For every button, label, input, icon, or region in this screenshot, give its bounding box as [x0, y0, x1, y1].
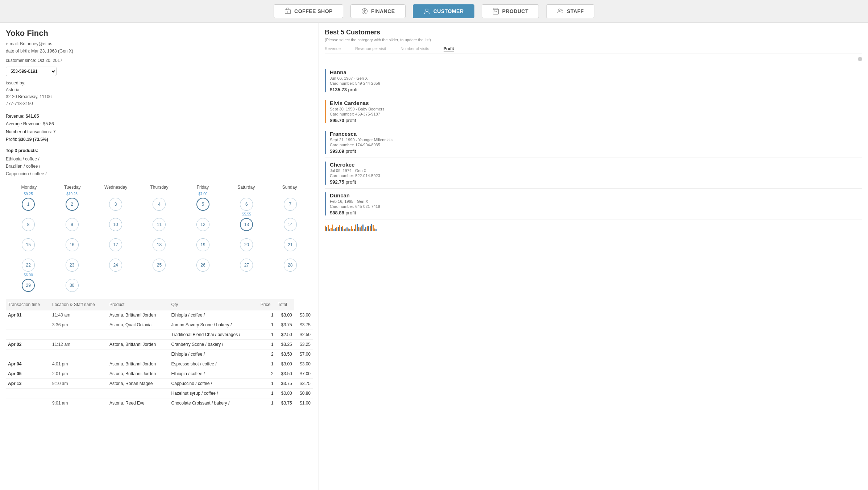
category-tab[interactable]: Number of visits — [400, 46, 429, 51]
cal-day-circle[interactable]: 19 — [196, 238, 209, 251]
date-cell: Apr 05 — [6, 369, 50, 379]
cal-day-circle[interactable]: 17 — [109, 238, 122, 251]
cal-cell[interactable]: 30 — [51, 273, 93, 292]
bar-segment — [365, 227, 366, 231]
card-number: Card number: 549-244-2656 — [330, 81, 862, 85]
cal-day-circle[interactable]: 1 — [22, 198, 35, 211]
bar-segment — [355, 225, 356, 231]
cal-cell[interactable]: 19 — [182, 233, 224, 251]
cal-day-circle[interactable]: 2 — [66, 198, 79, 211]
cal-day-circle[interactable]: 24 — [109, 259, 122, 272]
card-customer-name: Elvis Cardenas — [330, 100, 862, 106]
cal-cell[interactable]: 10 — [95, 212, 137, 231]
cal-day-circle[interactable]: 12 — [196, 218, 209, 231]
nav-coffee-shop[interactable]: COFFEE SHOP — [274, 4, 343, 18]
cal-cell[interactable]: $9.251 — [7, 192, 49, 211]
cal-cell[interactable]: 15 — [7, 233, 49, 251]
cal-cell[interactable]: 17 — [95, 233, 137, 251]
customer-card[interactable]: HannaJun 06, 1967 - Gen XCard number: 54… — [325, 66, 862, 96]
cal-day-circle[interactable]: 7 — [284, 198, 297, 211]
cal-cell[interactable]: $7.005 — [182, 192, 224, 211]
cal-cell[interactable]: 11 — [138, 212, 180, 231]
cal-cell[interactable]: $6.0029 — [7, 273, 49, 292]
customer-card[interactable]: Elvis CardenasSept 30, 1950 - Baby Boome… — [325, 96, 862, 127]
cal-cell[interactable]: 18 — [138, 233, 180, 251]
cal-day-circle[interactable]: 26 — [196, 259, 209, 272]
slider-dot[interactable] — [858, 57, 862, 61]
cal-cell[interactable]: $5.5513 — [225, 212, 267, 231]
cal-cell[interactable]: 22 — [7, 253, 49, 272]
card-number: Card number: 522-014-5923 — [330, 173, 862, 178]
category-tab[interactable]: Profit — [444, 46, 454, 51]
cal-day-circle[interactable]: 30 — [66, 279, 79, 292]
cal-day-circle[interactable]: 16 — [66, 238, 79, 251]
product-list: Ethiopia / coffee /Brazilian / coffee /C… — [6, 155, 313, 177]
cal-day-circle[interactable]: 10 — [109, 218, 122, 231]
cal-day-circle[interactable]: 14 — [284, 218, 297, 231]
price-cell: $3.50 — [276, 349, 294, 359]
cal-day-circle[interactable]: 3 — [109, 198, 122, 211]
card-body: DuncanFeb 16, 1965 - Gen XCard number: 6… — [330, 192, 862, 215]
customer-card[interactable]: DuncanFeb 16, 1965 - Gen XCard number: 6… — [325, 189, 862, 219]
cal-cell[interactable]: 26 — [182, 253, 224, 272]
cal-cell[interactable]: 21 — [269, 233, 311, 251]
nav-staff[interactable]: STAFF — [546, 4, 594, 18]
bar-segment — [336, 227, 337, 231]
table-row: Hazelnut syrup / coffee /1$0.80$0.80 — [6, 389, 313, 398]
cal-day-circle[interactable]: 4 — [153, 198, 166, 211]
cal-cell[interactable]: 12 — [182, 212, 224, 231]
category-tab[interactable]: Revenue — [325, 46, 341, 51]
date-cell — [6, 330, 50, 340]
cal-day-circle[interactable]: 21 — [284, 238, 297, 251]
cal-cell[interactable]: 14 — [269, 212, 311, 231]
price-cell: $0.80 — [276, 389, 294, 398]
email-label: e-mail: — [6, 41, 20, 46]
cal-day-circle[interactable]: 28 — [284, 259, 297, 272]
profit-amount: $93.09 — [330, 148, 344, 154]
cal-day-circle[interactable]: 5 — [196, 198, 209, 211]
total-cell: $3.75 — [294, 379, 313, 389]
cal-cell[interactable]: 23 — [51, 253, 93, 272]
dob-value: Mar 23, 1968 (Gen X) — [31, 49, 73, 54]
cal-day-circle[interactable]: 11 — [153, 218, 166, 231]
category-tab[interactable]: Revenue per visit — [355, 46, 386, 51]
cal-day-circle[interactable]: 15 — [22, 238, 35, 251]
cal-day-circle[interactable]: 25 — [153, 259, 166, 272]
cal-cell[interactable]: 7 — [269, 192, 311, 211]
cal-day-circle[interactable]: 8 — [22, 218, 35, 231]
cal-cell[interactable]: 27 — [225, 253, 267, 272]
nav-finance[interactable]: FINANCE — [350, 4, 406, 18]
customer-card[interactable]: FrancescaSept 21, 1990 - Younger Millenn… — [325, 127, 862, 158]
cal-day-circle[interactable]: 22 — [22, 259, 35, 272]
cal-day-circle[interactable]: 23 — [66, 259, 79, 272]
nav-bar: COFFEE SHOP FINANCE CUSTOMER PRODUCT STA… — [0, 0, 868, 23]
cal-cell[interactable]: 20 — [225, 233, 267, 251]
cal-day-circle[interactable]: 27 — [240, 259, 253, 272]
cal-day-circle[interactable]: 13 — [240, 218, 253, 231]
cal-cell[interactable]: 6 — [225, 192, 267, 211]
cal-cell[interactable]: 3 — [95, 192, 137, 211]
phone-select[interactable]: 553-599-0191 — [6, 67, 57, 76]
cal-cell[interactable]: 25 — [138, 253, 180, 272]
cal-cell[interactable]: 9 — [51, 212, 93, 231]
cal-day-circle[interactable]: 6 — [240, 198, 253, 211]
cal-day-circle[interactable]: 20 — [240, 238, 253, 251]
cal-cell[interactable]: 16 — [51, 233, 93, 251]
cal-day-circle[interactable]: 18 — [153, 238, 166, 251]
cal-day-circle[interactable]: 9 — [66, 218, 79, 231]
cal-cell[interactable]: 24 — [95, 253, 137, 272]
table-row: 3:36 pmAstoria, Quail OctaviaJumbo Savor… — [6, 320, 313, 330]
nav-customer[interactable]: CUSTOMER — [413, 4, 474, 18]
cal-cell[interactable]: $10.252 — [51, 192, 93, 211]
cal-cell[interactable]: 8 — [7, 212, 49, 231]
bar-segment — [348, 229, 349, 231]
cal-day-circle[interactable]: 29 — [22, 279, 35, 292]
bar-segment — [352, 229, 353, 231]
cal-cell[interactable]: 4 — [138, 192, 180, 211]
nav-product[interactable]: PRODUCT — [482, 4, 539, 18]
customer-card[interactable]: CherokeeJul 09, 1974 - Gen XCard number:… — [325, 158, 862, 189]
total-cell: $3.25 — [294, 340, 313, 349]
cal-cell[interactable]: 28 — [269, 253, 311, 272]
stats: Revenue: $41.05 Average Revenue: $5.86 N… — [6, 113, 313, 144]
total-cell: $3.00 — [294, 359, 313, 369]
